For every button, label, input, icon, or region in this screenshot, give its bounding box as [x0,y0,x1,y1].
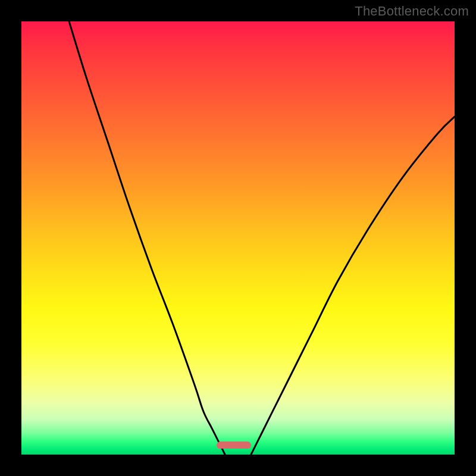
right-curve [251,117,455,455]
chart-plot-area [21,21,455,455]
left-curve [69,21,225,455]
bottleneck-marker [217,441,251,449]
chart-curves [21,21,455,455]
watermark-text: TheBottleneck.com [355,4,469,19]
